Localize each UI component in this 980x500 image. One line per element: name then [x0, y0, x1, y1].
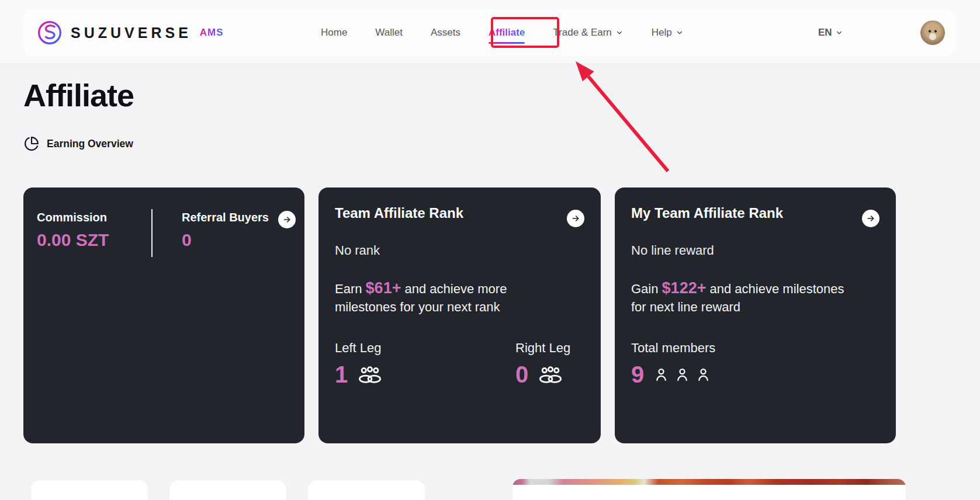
commission-value: 0.00 SZT	[37, 230, 151, 250]
active-nav-underline	[489, 42, 525, 44]
partial-card	[308, 480, 425, 500]
page-title: Affiliate	[23, 77, 134, 113]
nav-item-help[interactable]: Help	[652, 27, 684, 39]
top-navigation-bar: SUZUVERSE AMS Home Wallet Assets Affilia…	[23, 9, 957, 57]
my-team-rank-arrow-button[interactable]	[862, 210, 879, 227]
partial-card	[31, 480, 148, 500]
member-icons	[653, 367, 711, 383]
commission-column: Commission 0.00 SZT	[37, 211, 151, 257]
right-leg-value-row: 0	[515, 362, 584, 388]
nav-item-trade-and-earn[interactable]: Trade & Earn	[553, 27, 623, 39]
left-leg-value-row: 1	[335, 362, 383, 388]
pie-chart-icon	[24, 136, 39, 151]
language-selector[interactable]: EN	[818, 9, 843, 57]
language-label: EN	[818, 27, 832, 39]
brand-suffix: AMS	[200, 27, 224, 39]
total-members-row: Total members 9	[631, 341, 879, 388]
my-team-rank-gain-message: Gain $122+ and achieve milestones for ne…	[631, 279, 858, 316]
gain-prefix: Gain	[631, 282, 662, 296]
earning-overview-cards: Commission 0.00 SZT Referral Buyers 0 Te…	[23, 188, 896, 443]
brand-name: SUZUVERSE	[71, 25, 192, 41]
user-avatar[interactable]	[920, 20, 945, 45]
commission-label: Commission	[37, 211, 151, 224]
nav-item-trade-and-earn-label: Trade & Earn	[553, 27, 611, 39]
brand-logo[interactable]: SUZUVERSE AMS	[37, 9, 224, 57]
partial-media-card	[512, 479, 906, 500]
right-leg-label: Right Leg	[515, 341, 584, 356]
person-icon	[674, 367, 690, 383]
my-team-rank-status: No line reward	[631, 243, 879, 258]
total-members-value: 9	[631, 362, 644, 388]
arrow-right-icon	[282, 215, 292, 224]
left-leg-label: Left Leg	[335, 341, 383, 356]
team-rank-arrow-button[interactable]	[567, 210, 584, 227]
earning-overview-section-header: Earning Overview	[24, 136, 133, 151]
left-leg-block: Left Leg 1	[335, 341, 383, 388]
right-leg-value: 0	[515, 362, 528, 388]
section-title: Earning Overview	[47, 138, 133, 150]
total-members-block: Total members 9	[631, 341, 715, 388]
team-affiliate-rank-card: Team Affiliate Rank No rank Earn $61+ an…	[318, 188, 601, 443]
arrow-right-icon	[571, 214, 580, 223]
team-rank-title: Team Affiliate Rank	[335, 205, 463, 221]
right-leg-block: Right Leg 0	[515, 341, 584, 388]
person-icon	[653, 367, 669, 383]
nav-item-affiliate[interactable]: Affiliate	[489, 27, 525, 39]
person-icon	[695, 367, 711, 383]
total-members-value-row: 9	[631, 362, 715, 388]
nav-item-assets[interactable]: Assets	[431, 27, 460, 39]
my-team-rank-title: My Team Affiliate Rank	[631, 205, 783, 221]
legs-row: Left Leg 1 Right Leg 0	[335, 341, 584, 388]
nav-item-help-label: Help	[652, 27, 672, 39]
referral-buyers-column: Referral Buyers 0	[153, 211, 269, 257]
users-group-icon	[538, 366, 563, 384]
team-rank-title-row: Team Affiliate Rank	[335, 205, 584, 227]
earn-amount: $61+	[366, 279, 401, 297]
nav-item-wallet[interactable]: Wallet	[375, 27, 403, 39]
users-group-icon	[357, 366, 383, 384]
my-team-affiliate-rank-card: My Team Affiliate Rank No line reward Ga…	[615, 188, 896, 443]
partial-card	[169, 480, 286, 500]
my-team-rank-title-row: My Team Affiliate Rank	[631, 205, 879, 227]
chevron-down-icon	[615, 29, 624, 37]
referral-buyers-label: Referral Buyers	[182, 211, 269, 224]
nav-item-home[interactable]: Home	[321, 27, 347, 39]
earn-prefix: Earn	[335, 282, 366, 296]
suzuverse-logo-icon	[37, 20, 63, 46]
gain-amount: $122+	[662, 279, 707, 297]
left-leg-value: 1	[335, 362, 348, 388]
team-rank-earn-message: Earn $61+ and achieve more milestones fo…	[335, 279, 546, 316]
arrow-right-icon	[866, 214, 875, 223]
commission-card: Commission 0.00 SZT Referral Buyers 0	[23, 188, 304, 443]
main-nav: Home Wallet Assets Affiliate Trade & Ear…	[321, 9, 684, 57]
commission-stats: Commission 0.00 SZT Referral Buyers 0	[23, 188, 304, 257]
commission-arrow-button[interactable]	[278, 211, 296, 228]
media-image-edge	[512, 479, 906, 485]
nav-item-affiliate-label: Affiliate	[489, 27, 525, 39]
team-rank-status: No rank	[335, 243, 584, 258]
chevron-down-icon	[835, 29, 843, 37]
total-members-label: Total members	[631, 341, 715, 356]
chevron-down-icon	[676, 29, 684, 37]
referral-buyers-value: 0	[182, 230, 269, 250]
